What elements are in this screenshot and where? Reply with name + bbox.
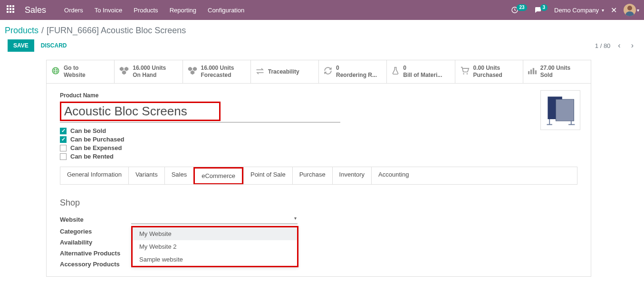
label-availability: Availability [60, 239, 131, 246]
messages-icon[interactable]: 3 [534, 6, 548, 14]
messages-badge: 3 [540, 4, 548, 11]
globe-icon [51, 66, 60, 77]
checkbox-icon: ✓ [60, 136, 67, 143]
svg-rect-7 [528, 71, 529, 74]
tab-point-of-sale[interactable]: Point of Sale [243, 167, 292, 184]
svg-rect-8 [530, 69, 532, 74]
cart-icon [460, 66, 470, 77]
svg-rect-9 [533, 68, 534, 74]
menu-orders[interactable]: Orders [64, 7, 83, 14]
menu-to-invoice[interactable]: To Invoice [95, 7, 123, 14]
label-alt-products: Alternative Products [60, 250, 131, 257]
stat-sold[interactable]: 27.00 UnitsSold [523, 60, 591, 83]
stat-reordering[interactable]: 0Reordering R... [319, 60, 387, 83]
discard-button[interactable]: DISCARD [41, 42, 67, 49]
svg-rect-12 [556, 99, 574, 121]
checkbox-icon [60, 153, 67, 160]
stat-website[interactable]: Go toWebsite [47, 60, 115, 83]
menu-configuration[interactable]: Configuration [208, 7, 244, 14]
check-can-be-sold[interactable]: ✓Can be Sold [60, 127, 577, 134]
content-scroll[interactable]: Go toWebsite 16.000 UnitsOn Hand 16.000 … [0, 51, 637, 291]
svg-rect-10 [535, 70, 536, 74]
checkbox-icon: ✓ [60, 128, 67, 134]
label-acc-products: Accessory Products [60, 261, 131, 268]
tab-purchase[interactable]: Purchase [292, 167, 332, 184]
pager-next[interactable]: › [628, 40, 636, 51]
stat-purchased[interactable]: 0.00 UnitsPurchased [455, 60, 523, 83]
tab-sales[interactable]: Sales [164, 167, 194, 184]
pager-text: 1 / 80 [595, 42, 611, 49]
product-name-input[interactable] [64, 104, 216, 119]
svg-point-2 [625, 11, 634, 16]
section-shop: Shop [60, 198, 577, 208]
exchange-icon [256, 67, 264, 77]
tab-ecommerce-highlight: eCommerce [193, 167, 243, 184]
dropdown-option-my-website-2[interactable]: My Website 2 [133, 240, 297, 253]
stat-bom[interactable]: 0Bill of Materi... [387, 60, 455, 83]
flask-icon [392, 66, 399, 77]
menu-reporting[interactable]: Reporting [170, 7, 196, 14]
breadcrumb-root[interactable]: Products [5, 26, 38, 36]
website-input[interactable] [131, 215, 298, 224]
label-website: Website [60, 216, 131, 223]
product-name-label: Product Name [60, 92, 577, 99]
form-sheet: Go toWebsite 16.000 UnitsOn Hand 16.000 … [46, 60, 591, 277]
cubes-icon [188, 66, 197, 77]
check-can-be-rented[interactable]: Can be Rented [60, 153, 577, 160]
tab-variants[interactable]: Variants [128, 167, 164, 184]
refresh-icon [324, 66, 332, 77]
apps-icon[interactable] [7, 5, 16, 15]
avatar [624, 4, 636, 16]
check-can-be-expensed[interactable]: Can be Expensed [60, 144, 577, 151]
pager: 1 / 80 ‹ › [595, 40, 636, 51]
cubes-icon [119, 66, 129, 77]
stat-onhand[interactable]: 16.000 UnitsOn Hand [115, 60, 183, 83]
product-name-highlight [60, 102, 221, 121]
website-field[interactable]: ▾ [131, 215, 298, 224]
dropdown-option-sample-website[interactable]: Sample website [133, 253, 297, 266]
tab-accounting[interactable]: Accounting [371, 167, 415, 184]
activities-badge: 23 [517, 4, 527, 11]
website-dropdown: My Website My Website 2 Sample website [131, 226, 298, 267]
svg-point-5 [463, 73, 464, 74]
bars-icon [528, 67, 537, 77]
user-menu[interactable]: ▾ [624, 4, 639, 16]
tab-ecommerce[interactable]: eCommerce [195, 169, 242, 183]
svg-point-6 [466, 73, 467, 74]
app-title[interactable]: Sales [25, 5, 46, 15]
checkbox-icon [60, 145, 67, 151]
debug-icon[interactable]: ✕ [611, 6, 617, 15]
label-categories: Categories [60, 228, 131, 235]
activities-icon[interactable]: 23 [511, 6, 527, 14]
breadcrumb-current: [FURN_6666] Acoustic Bloc Screens [47, 26, 186, 36]
topbar: Sales Orders To Invoice Products Reporti… [0, 0, 644, 20]
company-switcher[interactable]: Demo Company ▾ [554, 7, 604, 14]
svg-point-1 [627, 6, 632, 10]
pager-prev[interactable]: ‹ [615, 40, 623, 51]
dropdown-option-my-website[interactable]: My Website [133, 227, 297, 240]
save-button[interactable]: SAVE [8, 39, 34, 52]
stat-traceability[interactable]: Traceability [251, 60, 319, 83]
tabs: General Information Variants Sales eComm… [60, 167, 577, 185]
stat-buttons: Go toWebsite 16.000 UnitsOn Hand 16.000 … [47, 60, 591, 84]
tab-general-information[interactable]: General Information [60, 167, 128, 184]
menu-products[interactable]: Products [134, 7, 158, 14]
stat-forecast[interactable]: 16.000 UnitsForecasted [183, 60, 251, 83]
tab-inventory[interactable]: Inventory [332, 167, 371, 184]
check-can-be-purchased[interactable]: ✓Can be Purchased [60, 136, 577, 143]
product-image[interactable] [540, 90, 580, 130]
breadcrumb: Products / [FURN_6666] Acoustic Bloc Scr… [0, 20, 644, 37]
